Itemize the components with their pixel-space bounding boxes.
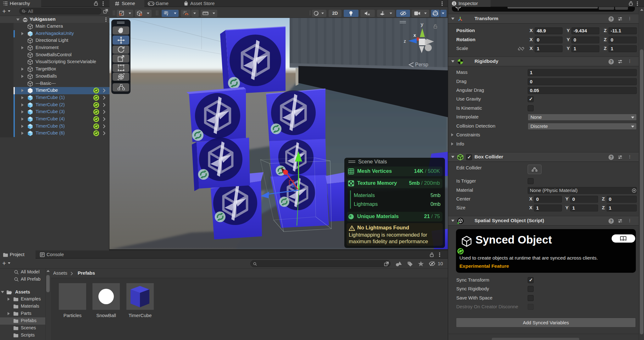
svg-text:Persp: Persp (415, 62, 428, 67)
svg-text:y: y (421, 22, 423, 27)
svg-text:z: z (404, 39, 406, 44)
svg-text:Y: Y (166, 13, 169, 16)
svg-text:x: x (414, 33, 416, 38)
